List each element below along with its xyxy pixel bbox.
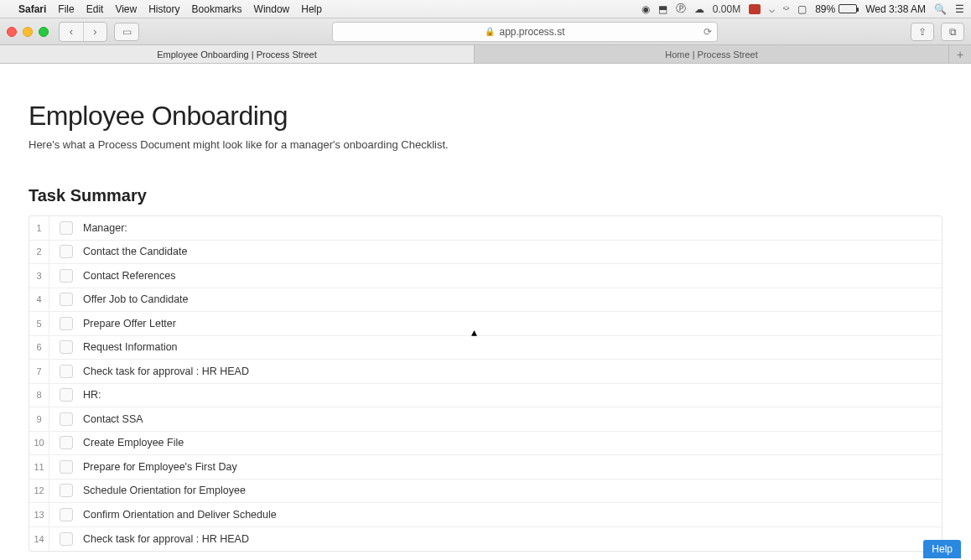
task-label: Contact References <box>83 270 942 282</box>
task-number: 13 <box>29 503 49 526</box>
task-label: Manager: <box>83 222 942 234</box>
lock-icon: 🔒 <box>485 27 495 36</box>
task-checkbox[interactable] <box>60 508 73 521</box>
menubar-item-help[interactable]: Help <box>301 3 322 15</box>
task-label: Prepare Offer Letter <box>83 318 942 329</box>
task-number: 10 <box>29 432 49 455</box>
browser-tab-label: Employee Onboarding | Process Street <box>157 49 317 60</box>
task-checkbox[interactable] <box>60 245 73 258</box>
help-button[interactable]: Help <box>923 540 961 558</box>
show-tabs-button[interactable]: ⧉ <box>941 23 964 41</box>
menubar-item-bookmarks[interactable]: Bookmarks <box>192 3 242 15</box>
menubar-item-view[interactable]: View <box>115 3 137 15</box>
browser-tab-active[interactable]: Employee Onboarding | Process Street <box>0 45 475 63</box>
task-row[interactable]: 6Request Information <box>29 336 942 360</box>
zoom-window-button[interactable] <box>39 27 49 37</box>
task-row[interactable]: 13Confirm Orientation and Deliver Schedu… <box>29 503 942 527</box>
task-label: Contact the Candidate <box>83 246 942 257</box>
task-number: 7 <box>29 360 49 383</box>
page-content: Employee Onboarding Here's what a Proces… <box>0 64 971 552</box>
status-icon-recording[interactable] <box>749 4 761 14</box>
browser-tab-label: Home | Process Street <box>665 49 757 60</box>
address-bar[interactable]: 🔒 app.process.st ⟳ <box>332 22 718 42</box>
task-checkbox[interactable] <box>60 269 73 283</box>
task-list: 1Manager:2Contact the Candidate3Contact … <box>29 215 942 552</box>
minimize-window-button[interactable] <box>23 27 33 37</box>
display-icon[interactable]: ▢ <box>797 3 807 15</box>
task-label: HR: <box>83 389 942 401</box>
browser-tab-bar: Employee Onboarding | Process Street Hom… <box>0 45 971 64</box>
menubar-item-window[interactable]: Window <box>254 3 290 15</box>
task-row[interactable]: 2Contact the Candidate <box>29 241 942 265</box>
safari-toolbar: ‹ › ▭ 🔒 app.process.st ⟳ ⇪ ⧉ <box>0 18 971 45</box>
spotlight-icon[interactable]: 🔍 <box>934 3 947 15</box>
task-row[interactable]: 8HR: <box>29 384 942 408</box>
task-number: 8 <box>29 384 49 407</box>
task-label: Confirm Orientation and Deliver Schedule <box>83 509 942 521</box>
menubar-app-name[interactable]: Safari <box>18 3 46 15</box>
task-row[interactable]: 11Prepare for Employee's First Day <box>29 455 942 480</box>
reload-button[interactable]: ⟳ <box>704 26 712 38</box>
task-label: Prepare for Employee's First Day <box>83 461 942 473</box>
task-label: Check task for approval : HR HEAD <box>83 533 942 545</box>
menubar-item-history[interactable]: History <box>148 3 179 15</box>
task-number: 3 <box>29 264 49 288</box>
share-button[interactable]: ⇪ <box>911 23 934 41</box>
task-row[interactable]: 1Manager: <box>29 216 942 241</box>
task-label: Contact SSA <box>83 413 942 425</box>
task-checkbox[interactable] <box>60 317 73 330</box>
task-row[interactable]: 9Contact SSA <box>29 407 942 432</box>
battery-status[interactable]: 89% <box>815 3 857 15</box>
status-icon-mic[interactable]: ⬒ <box>658 3 667 15</box>
task-row[interactable]: 7Check task for approval : HR HEAD <box>29 360 942 384</box>
task-label: Request Information <box>83 341 942 353</box>
menubar-item-file[interactable]: File <box>58 3 74 15</box>
status-icon-ring[interactable]: ◉ <box>641 3 650 15</box>
task-checkbox[interactable] <box>60 388 73 402</box>
task-row[interactable]: 10Create Employee File <box>29 432 942 456</box>
address-url: app.process.st <box>499 26 564 38</box>
task-number: 11 <box>29 455 49 479</box>
task-checkbox[interactable] <box>60 412 73 426</box>
task-label: Check task for approval : HR HEAD <box>83 366 942 377</box>
task-number: 12 <box>29 480 49 503</box>
back-button[interactable]: ‹ <box>60 23 83 41</box>
clock[interactable]: Wed 3:38 AM <box>865 3 926 15</box>
task-row[interactable]: 3Contact References <box>29 264 942 288</box>
status-icon-p[interactable]: Ⓟ <box>676 2 686 16</box>
close-window-button[interactable] <box>7 27 17 37</box>
task-checkbox[interactable] <box>60 365 73 378</box>
section-title: Task Summary <box>29 186 942 205</box>
task-number: 9 <box>29 407 49 431</box>
task-checkbox[interactable] <box>60 340 73 354</box>
menu-list-icon[interactable]: ☰ <box>955 3 964 15</box>
task-number: 14 <box>29 527 49 552</box>
task-label: Create Employee File <box>83 437 942 449</box>
window-controls <box>7 27 49 37</box>
task-row[interactable]: 12Schedule Orientation for Employee <box>29 480 942 504</box>
task-row[interactable]: 5Prepare Offer Letter <box>29 312 942 336</box>
menubar-item-edit[interactable]: Edit <box>86 3 104 15</box>
new-tab-button[interactable]: + <box>949 45 971 63</box>
task-row[interactable]: 14Check task for approval : HR HEAD <box>29 527 942 552</box>
task-checkbox[interactable] <box>60 293 73 306</box>
browser-tab[interactable]: Home | Process Street <box>475 45 949 63</box>
task-number: 4 <box>29 288 49 312</box>
task-checkbox[interactable] <box>60 436 73 449</box>
task-checkbox[interactable] <box>60 532 73 546</box>
task-checkbox[interactable] <box>60 221 73 235</box>
battery-percent: 89% <box>815 3 835 15</box>
mac-menubar: Safari File Edit View History Bookmarks … <box>0 0 971 18</box>
task-label: Schedule Orientation for Employee <box>83 485 942 496</box>
task-number: 2 <box>29 241 49 264</box>
status-icon-bluetooth[interactable]: ⌵ <box>769 3 775 15</box>
battery-icon <box>839 4 857 13</box>
task-checkbox[interactable] <box>60 460 73 474</box>
task-number: 5 <box>29 312 49 335</box>
task-checkbox[interactable] <box>60 484 73 497</box>
wifi-icon[interactable]: ⌔ <box>783 3 789 15</box>
forward-button[interactable]: › <box>83 23 106 41</box>
task-row[interactable]: 4Offer Job to Candidate <box>29 288 942 313</box>
status-icon-cloud[interactable]: ☁ <box>694 3 704 15</box>
sidebar-toggle-button[interactable]: ▭ <box>114 23 139 41</box>
